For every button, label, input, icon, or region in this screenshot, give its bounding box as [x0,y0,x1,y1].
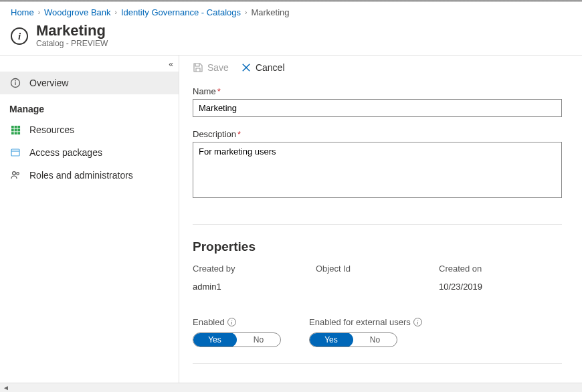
section-divider [193,224,562,225]
save-label: Save [207,62,229,73]
save-icon [193,62,203,73]
breadcrumb: Home › Woodgrove Bank › Identity Governa… [0,2,582,21]
page-title: Marketing [36,23,108,39]
cancel-button[interactable]: Cancel [241,62,285,73]
info-icon[interactable]: i [227,318,236,326]
enabled-label: Enabled i [193,317,281,327]
created-on-value: 10/23/2019 [439,282,562,292]
scroll-left-arrow-icon[interactable]: ◄ [3,384,9,391]
sidebar-section-manage: Manage [0,94,179,118]
svg-point-15 [17,173,19,175]
enabled-external-label: Enabled for external users i [309,317,422,327]
sidebar-item-roles[interactable]: Roles and administrators [0,164,179,187]
svg-rect-12 [11,149,19,156]
toggle-yes: Yes [309,332,353,347]
enabled-toggle[interactable]: Yes No [193,332,281,347]
description-input[interactable] [193,142,562,198]
section-divider [193,363,562,364]
svg-rect-5 [17,126,20,128]
svg-point-2 [15,80,16,82]
svg-rect-3 [11,126,13,128]
breadcrumb-current: Marketing [251,7,289,17]
save-button[interactable]: Save [193,62,229,73]
sidebar: « Overview Manage Resources Access packa… [0,56,179,385]
page-header: i Marketing Catalog - PREVIEW [0,21,582,55]
created-by-value: admin1 [193,282,316,292]
breadcrumb-home[interactable]: Home [11,7,34,17]
sidebar-item-resources[interactable]: Resources [0,118,179,141]
close-icon [241,62,252,73]
collapse-sidebar-button[interactable]: « [169,60,173,69]
name-label: Name* [193,86,569,96]
chevron-right-icon: › [115,9,117,16]
svg-rect-11 [17,132,20,134]
breadcrumb-org[interactable]: Woodgrove Bank [44,7,111,17]
object-id-label: Object Id [316,264,439,274]
enabled-external-toggle[interactable]: Yes No [309,332,397,347]
package-icon [9,146,21,159]
properties-heading: Properties [193,239,569,254]
chevron-right-icon: › [38,9,40,16]
created-on-label: Created on [439,264,562,274]
svg-rect-8 [17,128,20,131]
info-icon[interactable]: i [413,318,422,326]
toggle-no: No [353,335,397,345]
name-input[interactable] [193,99,562,117]
sidebar-item-label: Access packages [29,147,102,158]
created-by-label: Created by [193,264,316,274]
svg-rect-6 [11,128,13,131]
people-icon [9,169,21,181]
sidebar-item-overview[interactable]: Overview [0,72,179,94]
sidebar-item-label: Roles and administrators [29,170,133,181]
page-subtitle: Catalog - PREVIEW [36,39,108,48]
svg-point-14 [13,172,16,175]
svg-rect-9 [11,132,13,134]
svg-rect-10 [14,132,17,134]
toolbar: Save Cancel [179,56,582,80]
description-label: Description* [193,129,569,139]
chevron-right-icon: › [245,9,247,16]
breadcrumb-area[interactable]: Identity Governance - Catalogs [121,7,241,17]
toggle-no: No [237,335,280,345]
sidebar-item-access-packages[interactable]: Access packages [0,141,179,164]
toggle-yes: Yes [193,332,237,347]
cancel-label: Cancel [256,62,285,73]
grid-icon [9,124,21,136]
svg-rect-7 [14,128,17,131]
main-panel: Save Cancel Name* Description* Propertie… [179,56,582,385]
sidebar-item-label: Overview [29,78,68,88]
sidebar-item-label: Resources [29,124,74,135]
info-icon [9,77,21,89]
info-icon: i [11,27,28,45]
svg-rect-4 [14,126,17,128]
horizontal-scrollbar[interactable]: ◄ [0,383,582,392]
